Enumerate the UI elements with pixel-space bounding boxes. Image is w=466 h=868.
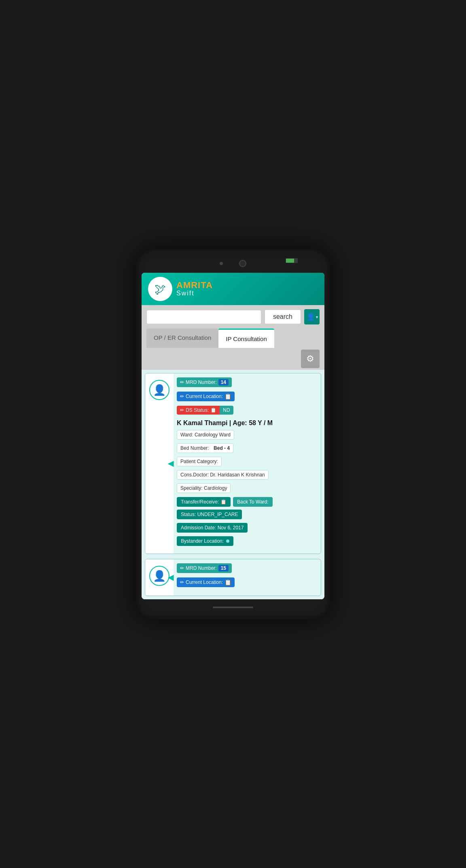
avatar: 👤 [149, 380, 169, 400]
phone-top-bar [142, 257, 324, 273]
cons-doctor-badge: Cons.Doctor: Dr. Haridasan K Krishnan [177, 470, 269, 480]
bystander-dot [226, 539, 229, 543]
avatar-icon: 👤 [153, 384, 166, 396]
expand-arrow-icon[interactable]: ◀ [168, 459, 174, 468]
ds-status-badge[interactable]: ✏ DS Status: 📋 ND [177, 406, 233, 415]
logo-text: AMRITA Swift [176, 281, 213, 297]
transfer-icon: 📋 [220, 499, 227, 505]
ward-badge: Ward: Cardiology Ward [177, 430, 234, 440]
avatar-icon: 👤 [153, 570, 166, 582]
pencil-icon: ✏ [180, 565, 184, 571]
app-header: 🕊 AMRITA Swift [142, 273, 324, 305]
patient-card: 👤 ◀ ✏ MRD Number: 15 [145, 559, 321, 596]
patient-name: K Kamal Thampi | Age: 58 Y / M [177, 419, 318, 427]
patient-avatar-column: 👤 ◀ [145, 373, 174, 554]
pencil-icon: ✏ [180, 379, 184, 385]
phone-frame: 🕊 AMRITA Swift search 👤 ▾ OP / ER Consul… [136, 249, 330, 619]
ds-status-icon: 📋 [210, 407, 216, 413]
patient-info-column: ✏ MRD Number: 15 ✏ Current Location: 📋 [174, 559, 321, 596]
app-subtitle: Swift [176, 290, 213, 297]
current-location-badge[interactable]: ✏ Current Location: 📋 [177, 392, 235, 401]
patient-info-column: ✏ MRD Number: 14 ✏ Current Location: 📋 [174, 373, 321, 554]
logo-bird-icon: 🕊 [155, 282, 166, 296]
mrd-label: MRD Number: [186, 565, 217, 571]
patient-category-badge: Patient Category: [177, 457, 222, 466]
patient-card: 👤 ◀ ✏ MRD Number: 14 [145, 373, 321, 554]
mrd-value: 14 [218, 379, 229, 386]
search-button[interactable]: search [265, 310, 301, 324]
search-input[interactable] [146, 310, 261, 324]
phone-speaker [220, 262, 223, 265]
tabs-container: OP / ER Consultation IP Consultation [142, 329, 324, 348]
ds-status-label: DS Status: [186, 407, 209, 413]
patient-avatar-column: 👤 ◀ [145, 559, 174, 596]
mrd-label: MRD Number: [186, 379, 217, 385]
tab-ip[interactable]: IP Consultation [218, 329, 274, 348]
bystander-location-badge[interactable]: Bystander Location: [177, 536, 233, 546]
settings-button[interactable]: ⚙ [301, 350, 320, 368]
transfer-receive-button[interactable]: Transfer/Receive: 📋 [177, 497, 231, 507]
search-bar: search 👤 ▾ [142, 305, 324, 329]
back-to-ward-button[interactable]: Back To Ward: [233, 497, 272, 507]
patient-list: 👤 ◀ ✏ MRD Number: 14 [142, 370, 324, 599]
expand-arrow-icon[interactable]: ◀ [168, 573, 174, 582]
settings-area: ⚙ [142, 348, 324, 370]
battery-indicator [286, 259, 294, 263]
speciality-badge: Speciality: Cardiology [177, 483, 231, 493]
user-menu-button[interactable]: 👤 ▾ [304, 309, 320, 324]
phone-bottom [142, 603, 324, 611]
current-location-badge[interactable]: ✏ Current Location: 📋 [177, 577, 235, 587]
screen: 🕊 AMRITA Swift search 👤 ▾ OP / ER Consul… [142, 273, 324, 599]
ds-left: ✏ DS Status: 📋 [177, 406, 220, 415]
current-location-label: Current Location: [186, 394, 223, 399]
transfer-row: Transfer/Receive: 📋 Back To Ward: [177, 497, 318, 509]
pencil-icon: ✏ [180, 407, 184, 413]
gear-icon: ⚙ [306, 354, 314, 364]
home-indicator [213, 607, 253, 608]
logo-circle: 🕊 [148, 277, 172, 301]
pencil-icon: ✏ [180, 579, 184, 585]
ds-status-value: ND [220, 406, 233, 415]
status-badge: Status: UNDER_IP_CARE [177, 510, 242, 519]
current-location-label: Current Location: [186, 579, 223, 585]
admission-date-badge: Admission Date: Nov 6, 2017 [177, 523, 248, 533]
avatar: 👤 [149, 566, 169, 586]
location-icon: 📋 [225, 393, 231, 400]
bed-number-badge: Bed Number: Bed - 4 [177, 443, 233, 453]
tab-op-er[interactable]: OP / ER Consultation [146, 329, 218, 348]
chevron-down-icon: ▾ [316, 315, 318, 319]
location-icon: 📋 [225, 579, 231, 586]
user-icon: 👤 [306, 312, 315, 321]
pencil-icon: ✏ [180, 394, 184, 399]
mrd-badge[interactable]: ✏ MRD Number: 15 [177, 563, 232, 573]
mrd-value: 15 [218, 565, 229, 571]
app-name: AMRITA [176, 281, 213, 290]
mrd-badge[interactable]: ✏ MRD Number: 14 [177, 377, 232, 387]
phone-camera [239, 260, 246, 267]
